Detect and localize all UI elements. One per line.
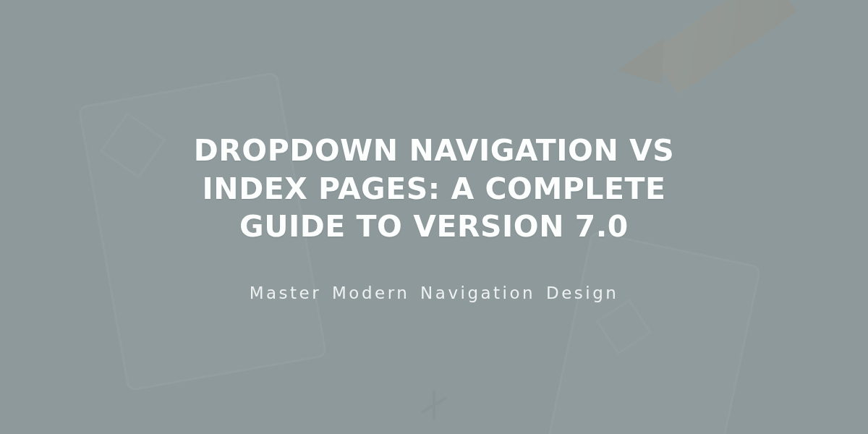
sparkle-icon	[412, 383, 456, 427]
hero-content: DROPDOWN NAVIGATION VS INDEX PAGES: A CO…	[123, 132, 745, 302]
page-title: DROPDOWN NAVIGATION VS INDEX PAGES: A CO…	[152, 132, 716, 245]
hero-banner: DROPDOWN NAVIGATION VS INDEX PAGES: A CO…	[0, 0, 868, 434]
arrow-illustration	[593, 0, 810, 101]
page-subtitle: Master Modern Navigation Design	[152, 284, 716, 302]
